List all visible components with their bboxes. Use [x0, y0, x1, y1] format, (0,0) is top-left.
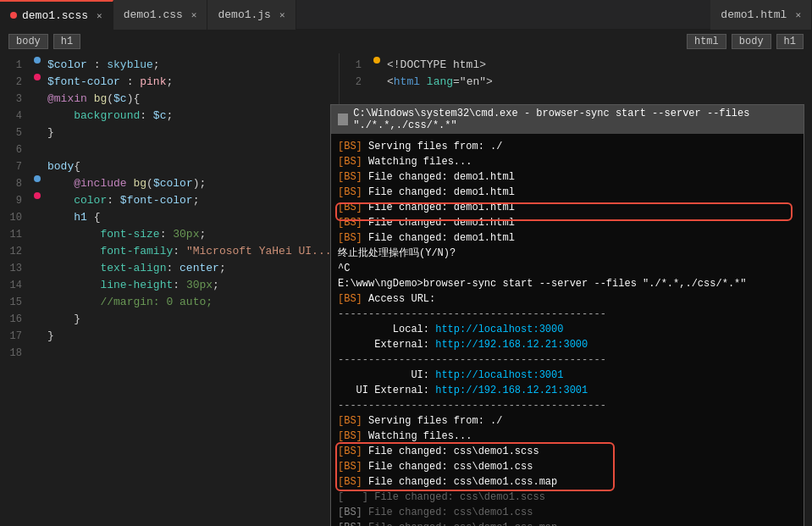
- cmd-titlebar: C:\Windows\system32\cmd.exe - browser-sy…: [331, 105, 804, 134]
- table-row: 16 }: [0, 311, 339, 328]
- breadcrumb-html-right[interactable]: html: [687, 34, 726, 49]
- breadcrumb-body-right[interactable]: body: [732, 34, 771, 49]
- cmd-title: C:\Windows\system32\cmd.exe - browser-sy…: [353, 108, 797, 131]
- gutter-dot: [34, 192, 41, 199]
- gutter-dot: [34, 74, 41, 80]
- list-item: [BS] Access URL:: [338, 291, 797, 307]
- gutter-dot: [34, 175, 41, 182]
- editor-pane-left: 1 $color : skyblue; 2 $font-color : pink…: [0, 53, 339, 526]
- cmd-highlight-line: E:\www\ngDemo>browser-sync start --serve…: [338, 276, 797, 291]
- file-changed-cssmap: [BS] File changed: css\demo1.css.map: [338, 474, 797, 490]
- table-row: 8 @include bg($color);: [0, 175, 339, 192]
- tab-label: demo1.scss: [22, 9, 88, 22]
- table-row: 1 <!DOCTYPE html>: [340, 57, 812, 74]
- list-item: [BS] Watching files...: [338, 154, 797, 169]
- tab-demo1-html[interactable]: demo1.html ✕: [710, 0, 812, 30]
- list-item: [BS] Watching files...: [338, 429, 797, 444]
- table-row: 13 text-align: center;: [0, 260, 339, 277]
- table-row: 15 //margin: 0 auto;: [0, 294, 339, 311]
- cmd-body: [BS] Serving files from: ./ [BS] Watchin…: [331, 134, 804, 526]
- table-row: 7 body{: [0, 158, 339, 175]
- code-lines-right: 1 <!DOCTYPE html> 2 <html lang="en">: [340, 53, 812, 94]
- list-item: UI: http://localhost:3001: [338, 368, 797, 383]
- tab-demo1-scss[interactable]: demo1.scss ✕: [0, 0, 113, 30]
- editor-area: 1 $color : skyblue; 2 $font-color : pink…: [0, 53, 812, 526]
- tab-close-js[interactable]: ✕: [279, 9, 285, 20]
- list-item: Local: http://localhost:3000: [338, 322, 797, 337]
- tab-close-html[interactable]: ✕: [795, 9, 801, 20]
- tab-bar: demo1.scss ✕ demo1.css ✕ demo1.js ✕ demo…: [0, 0, 812, 30]
- list-item: ----------------------------------------…: [338, 307, 797, 322]
- list-item: ----------------------------------------…: [338, 352, 797, 368]
- list-item: [BS] File changed: css\demo1.css.map: [338, 520, 797, 526]
- list-item: ^C: [338, 261, 797, 276]
- cmd-window: C:\Windows\system32\cmd.exe - browser-sy…: [330, 104, 804, 526]
- table-row: 2 $font-color : pink;: [0, 74, 339, 91]
- tab-label: demo1.html: [721, 8, 787, 21]
- list-item: [BS] Serving files from: ./: [338, 139, 797, 154]
- table-row: 10 h1 {: [0, 209, 339, 226]
- file-changed-scss: [BS] File changed: css\demo1.scss: [338, 444, 797, 459]
- list-item: [BS] File changed: demo1.html: [338, 169, 797, 185]
- table-row: 11 font-size: 30px;: [0, 226, 339, 243]
- list-item: [BS] Serving files from: ./: [338, 413, 797, 429]
- list-item: 终止批处理操作吗(Y/N)?: [338, 246, 797, 261]
- table-row: 18: [0, 345, 339, 362]
- list-item: [BS] File changed: demo1.html: [338, 230, 797, 246]
- breadcrumb-body-left[interactable]: body: [8, 34, 48, 49]
- tab-dot: [10, 12, 17, 19]
- tab-demo1-css[interactable]: demo1.css ✕: [113, 0, 208, 30]
- table-row: 2 <html lang="en">: [340, 74, 812, 91]
- cmd-icon: [338, 114, 348, 125]
- tab-label: demo1.css: [124, 8, 183, 21]
- list-item: External: http://192.168.12.21:3000: [338, 337, 797, 352]
- table-row: 6: [0, 141, 339, 158]
- list-item: UI External: http://192.168.12.21:3001: [338, 383, 797, 398]
- table-row: 4 background: $c;: [0, 108, 339, 125]
- file-changed-css: [BS] File changed: css\demo1.css: [338, 459, 797, 474]
- table-row: 12 font-family: "Microsoft YaHei UI...: [0, 243, 339, 260]
- table-row: 5 }: [0, 125, 339, 141]
- tab-demo1-js[interactable]: demo1.js ✕: [207, 0, 296, 30]
- table-row: 17 }: [0, 328, 339, 345]
- table-row: 1 $color : skyblue;: [0, 57, 339, 74]
- table-row: 9 color: $font-color;: [0, 192, 339, 209]
- list-item: [BS] File changed: demo1.html: [338, 215, 797, 230]
- list-item: [ ] File changed: css\demo1.scss: [338, 490, 797, 505]
- gutter-dot: [34, 57, 41, 64]
- breadcrumb-bar: body h1 html body h1: [0, 30, 812, 53]
- tab-close-scss[interactable]: ✕: [97, 10, 102, 21]
- breadcrumb-h1-right[interactable]: h1: [776, 34, 804, 49]
- list-item: [BS] File changed: demo1.html: [338, 185, 797, 200]
- breadcrumb-h1-left[interactable]: h1: [53, 34, 80, 49]
- table-row: 14 line-height: 30px;: [0, 277, 339, 294]
- tab-label: demo1.js: [218, 8, 270, 21]
- list-item: [BS] File changed: demo1.html: [338, 200, 797, 215]
- code-lines-left: 1 $color : skyblue; 2 $font-color : pink…: [0, 53, 339, 365]
- gutter-dot: [373, 57, 380, 64]
- list-item: [BS] File changed: css\demo1.css: [338, 505, 797, 520]
- list-item: ----------------------------------------…: [338, 398, 797, 413]
- table-row: 3 @mixin bg($c){: [0, 91, 339, 108]
- tab-close-css[interactable]: ✕: [191, 9, 197, 20]
